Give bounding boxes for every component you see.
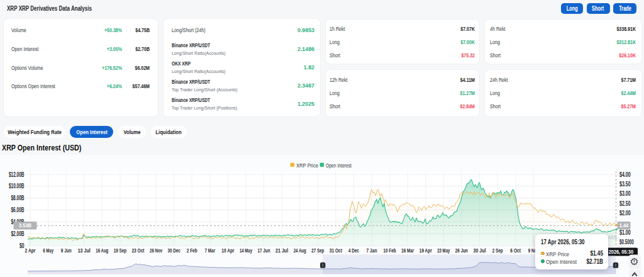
- svg-text:23 May: 23 May: [437, 247, 450, 254]
- svg-text:10 Apr: 10 Apr: [221, 247, 234, 254]
- svg-text:30 Dec: 30 Dec: [168, 247, 180, 254]
- svg-text:2 Feb: 2 Feb: [187, 247, 197, 254]
- svg-text:7 Mar: 7 Mar: [204, 247, 215, 254]
- svg-text:6 Oct: 6 Oct: [510, 247, 521, 254]
- svg-text:Open Interest: Open Interest: [326, 162, 352, 169]
- svg-text:16 Mar: 16 Mar: [401, 247, 414, 254]
- svg-text:$1.00: $1.00: [619, 229, 631, 236]
- svg-text:19 Sep: 19 Sep: [114, 247, 126, 254]
- svg-text:17 Jun: 17 Jun: [257, 247, 270, 254]
- svg-text:$3.00: $3.00: [619, 190, 631, 197]
- svg-text:$8.00B: $8.00B: [11, 195, 25, 201]
- svg-text:13 Jul: 13 Jul: [78, 247, 91, 254]
- svg-text:$4.00: $4.00: [619, 171, 631, 178]
- svg-text:$0: $0: [19, 242, 25, 249]
- svg-text:$3.50: $3.50: [619, 181, 631, 188]
- svg-text:14 May: 14 May: [240, 247, 253, 254]
- svg-text:4 Dec: 4 Dec: [348, 247, 359, 254]
- svg-text:$6.00B: $6.00B: [11, 206, 25, 213]
- svg-text:24 Aug: 24 Aug: [294, 247, 306, 254]
- svg-text:1.44: 1.44: [619, 222, 629, 229]
- svg-text:10 Feb: 10 Feb: [384, 247, 396, 254]
- svg-text:$2.50: $2.50: [619, 200, 631, 207]
- svg-text:$2.00: $2.00: [619, 210, 631, 217]
- svg-text:3.53B: 3.53B: [19, 222, 31, 229]
- svg-text:7 Jan: 7 Jan: [367, 247, 377, 254]
- svg-text:23 Oct: 23 Oct: [131, 247, 144, 254]
- svg-text:16 Aug: 16 Aug: [96, 247, 108, 254]
- svg-text:$10.00B: $10.00B: [9, 183, 25, 189]
- svg-text:26 Nov: 26 Nov: [150, 247, 163, 254]
- svg-text:26 Jun: 26 Jun: [455, 247, 468, 254]
- svg-text:31 Oct: 31 Oct: [330, 247, 342, 254]
- svg-text:2 Sep: 2 Sep: [492, 247, 503, 254]
- svg-text:$12.00B: $12.00B: [9, 171, 25, 178]
- svg-text:27 Sep: 27 Sep: [311, 247, 324, 254]
- svg-text:$2.00B: $2.00B: [11, 230, 25, 237]
- svg-text:6 May: 6 May: [43, 247, 53, 254]
- svg-text:19 Apr: 19 Apr: [419, 247, 432, 254]
- svg-text:21 Jul: 21 Jul: [275, 247, 288, 254]
- svg-text:2 Apr: 2 Apr: [25, 247, 36, 254]
- svg-text:$0.5000: $0.5000: [619, 239, 634, 246]
- svg-text:9 Jun: 9 Jun: [61, 247, 72, 254]
- svg-text:XRP Price: XRP Price: [296, 162, 318, 169]
- svg-text:30 Jul: 30 Jul: [473, 247, 486, 254]
